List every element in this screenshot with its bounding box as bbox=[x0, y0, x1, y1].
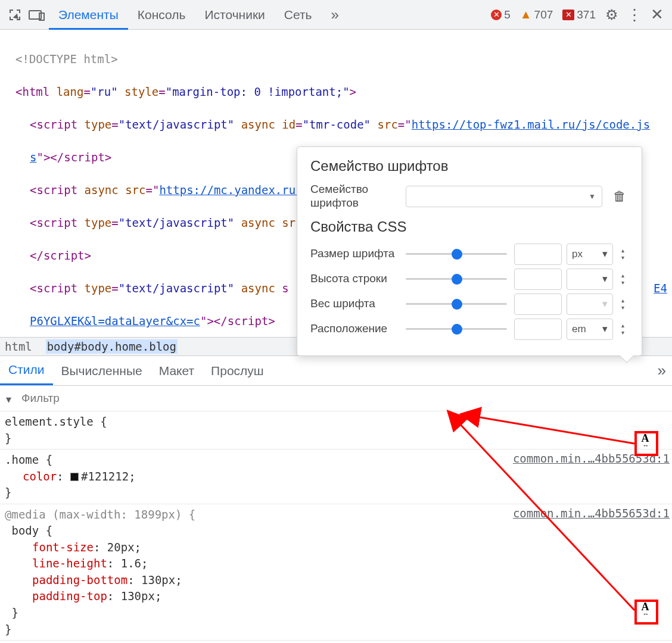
dom-html-open[interactable]: <html lang="ru" style="margin-top: 0 !im… bbox=[5, 84, 667, 101]
spacing-slider[interactable] bbox=[406, 319, 507, 340]
message-icon: ✕ bbox=[562, 10, 574, 20]
close-devtools-icon[interactable]: ✕ bbox=[647, 5, 667, 25]
filter-icon: ▾ bbox=[6, 393, 11, 406]
font-size-stepper[interactable]: ▴▾ bbox=[617, 248, 629, 261]
main-tabs: Элементы Консоль Источники Сеть » bbox=[49, 0, 349, 29]
spacing-label: Расположение bbox=[310, 322, 406, 336]
styles-list: element.style { } common.min.…4bb55653d:… bbox=[0, 411, 672, 641]
breadcrumb-html[interactable]: html bbox=[5, 340, 32, 353]
rule-home[interactable]: common.min.…4bb55653d:1 .home { color: #… bbox=[0, 450, 672, 504]
tab-computed[interactable]: Вычисленные bbox=[53, 356, 151, 385]
dom-doctype[interactable]: <!DOCTYPE html> bbox=[5, 51, 667, 68]
font-size-slider[interactable] bbox=[406, 244, 507, 265]
chevron-down-icon: ▼ bbox=[589, 192, 596, 201]
tab-elements[interactable]: Элементы bbox=[49, 0, 128, 29]
tab-styles[interactable]: Стили bbox=[0, 356, 53, 385]
font-weight-slider[interactable] bbox=[406, 294, 507, 315]
tab-console[interactable]: Консоль bbox=[128, 0, 195, 29]
chevron-down-icon: ▾ bbox=[602, 323, 608, 335]
font-family-select[interactable]: ▼ bbox=[406, 186, 602, 207]
devtools-toolbar: Элементы Консоль Источники Сеть » ✕5 ▲70… bbox=[0, 0, 672, 30]
styles-toolbar-icons bbox=[662, 400, 665, 414]
font-editor-icon[interactable]: A↔ bbox=[637, 602, 654, 619]
warning-icon: ▲ bbox=[520, 8, 532, 21]
dom-script-1[interactable]: <script type="text/javascript" async id=… bbox=[5, 117, 667, 133]
chevron-down-icon: ▾ bbox=[602, 248, 608, 260]
line-height-label: Высота строки bbox=[310, 272, 406, 286]
toggle-device-icon[interactable] bbox=[25, 5, 45, 25]
error-count[interactable]: ✕5 bbox=[487, 8, 514, 21]
kebab-menu-icon[interactable]: ⋮ bbox=[624, 5, 645, 25]
font-weight-stepper[interactable]: ▴▾ bbox=[617, 298, 629, 311]
inspect-element-icon[interactable] bbox=[5, 5, 25, 25]
font-family-heading: Семейство шрифтов bbox=[310, 158, 629, 174]
tabs-overflow[interactable]: » bbox=[322, 0, 349, 29]
line-height-slider[interactable] bbox=[406, 269, 507, 290]
font-editor-popover: Семейство шрифтов Семейство шрифтов ▼ 🗑 … bbox=[297, 146, 642, 356]
font-size-label: Размер шрифта bbox=[310, 247, 406, 261]
styles-filter-row: ▾ bbox=[0, 386, 672, 411]
annotation-highlight-1: A↔ bbox=[634, 431, 658, 456]
font-weight-unit[interactable]: ▾ bbox=[567, 294, 613, 315]
styles-tabs-overflow[interactable]: » bbox=[658, 361, 672, 380]
delete-font-icon[interactable]: 🗑 bbox=[611, 189, 629, 204]
annotation-highlight-2: A↔ bbox=[634, 600, 658, 625]
tab-listeners[interactable]: Прослуш bbox=[203, 356, 272, 385]
font-weight-label: Вес шрифта bbox=[310, 297, 406, 311]
font-weight-input[interactable] bbox=[514, 294, 562, 315]
spacing-unit[interactable]: em▾ bbox=[567, 319, 613, 340]
line-height-input[interactable] bbox=[514, 269, 562, 290]
font-size-unit[interactable]: px▾ bbox=[567, 244, 613, 265]
chevron-down-icon: ▾ bbox=[602, 273, 608, 285]
line-height-stepper[interactable]: ▴▾ bbox=[617, 273, 629, 286]
tab-network[interactable]: Сеть bbox=[275, 0, 322, 29]
styles-tabs: Стили Вычисленные Макет Прослуш » bbox=[0, 356, 672, 386]
tab-layout[interactable]: Макет bbox=[151, 356, 203, 385]
color-swatch[interactable] bbox=[70, 473, 79, 481]
breadcrumb-body[interactable]: body#body.home.blog bbox=[46, 339, 178, 354]
spacing-stepper[interactable]: ▴▾ bbox=[617, 323, 629, 336]
styles-filter-input[interactable] bbox=[6, 389, 164, 407]
rule-media-body[interactable]: common.min.…4bb55653d:1 @media (max-widt… bbox=[0, 504, 672, 641]
font-editor-icon[interactable]: A↔ bbox=[637, 433, 654, 450]
tab-sources[interactable]: Источники bbox=[195, 0, 274, 29]
spacing-input[interactable] bbox=[514, 319, 562, 340]
error-icon: ✕ bbox=[491, 10, 502, 20]
rule-element-style[interactable]: element.style { } bbox=[0, 411, 672, 450]
source-link[interactable]: common.min.…4bb55653d:1 bbox=[513, 505, 670, 522]
toolbar-right: ✕5 ▲707 ✕371 ⚙ ⋮ ✕ bbox=[487, 5, 667, 25]
line-height-unit[interactable]: ▾ bbox=[567, 269, 613, 290]
warning-count[interactable]: ▲707 bbox=[517, 8, 557, 21]
chevron-down-icon: ▾ bbox=[602, 298, 608, 310]
font-family-label: Семейство шрифтов bbox=[310, 183, 406, 210]
message-count[interactable]: ✕371 bbox=[559, 8, 599, 21]
settings-icon[interactable]: ⚙ bbox=[602, 5, 622, 25]
font-size-input[interactable] bbox=[514, 244, 562, 265]
css-props-heading: Свойства CSS bbox=[310, 219, 629, 235]
